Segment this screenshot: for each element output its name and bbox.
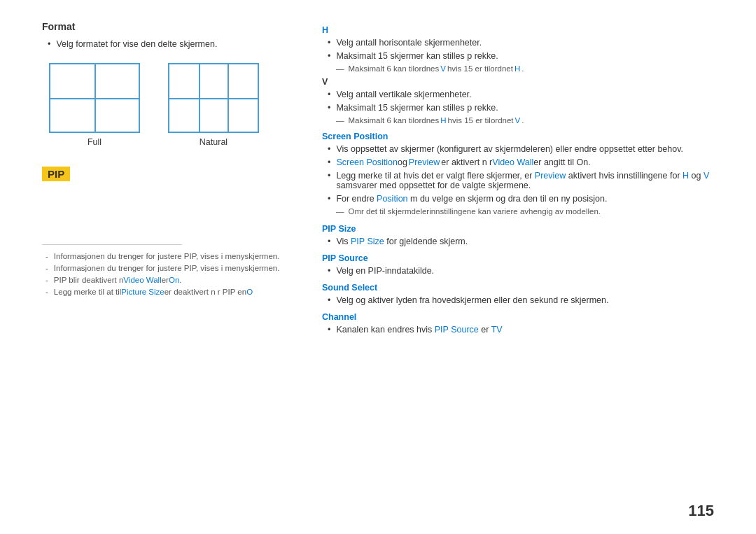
screen-position-title: Screen Position bbox=[322, 132, 714, 141]
pip-badge: PIP bbox=[42, 167, 70, 181]
sound-select-title: Sound Select bbox=[322, 283, 714, 293]
format-bullet: Velg formatet for vise den delte skjerme… bbox=[42, 39, 280, 49]
pip-divider bbox=[42, 244, 182, 245]
left-column: Format Velg formatet for vise den delte … bbox=[42, 21, 301, 513]
pip-source-section: PIP Source Velg en PIP-inndatakilde. bbox=[322, 253, 714, 276]
v-bullet-1: Velg antall vertikale skjermenheter. bbox=[322, 90, 714, 99]
full-format-container: Full bbox=[49, 63, 140, 147]
h-bullet-2: Maksimalt 15 skjermer kan stilles p rekk… bbox=[322, 51, 714, 61]
sound-select-section: Sound Select Velg og aktiver lyden fra h… bbox=[322, 283, 714, 305]
sp-bullet-3: Legg merke til at hvis det er valgt fler… bbox=[322, 171, 714, 190]
h-note: Maksimalt 6 kan tilordnes V hvis 15 er t… bbox=[322, 64, 714, 73]
h-label: H bbox=[322, 25, 714, 35]
right-column: H Velg antall horisontale skjermenheter.… bbox=[301, 21, 714, 513]
pip-note-3: PIP blir deaktivert nVideo Wall er On. bbox=[42, 276, 280, 284]
page-number: 115 bbox=[688, 502, 714, 520]
channel-section: Channel Kanalen kan endres hvis PIP Sour… bbox=[322, 312, 714, 335]
screen-position-section: Screen Position Vis oppsettet av skjerme… bbox=[322, 132, 714, 216]
channel-bullet: Kanalen kan endres hvis PIP Source er TV bbox=[322, 325, 714, 335]
natural-grid-image bbox=[168, 63, 259, 133]
pip-source-title: PIP Source bbox=[322, 253, 714, 263]
pip-size-title: PIP Size bbox=[322, 224, 714, 234]
full-label: Full bbox=[88, 137, 102, 147]
sp-bullet-4: For endre Position m du velge en skjerm … bbox=[322, 194, 714, 204]
v-bullet-2: Maksimalt 15 skjermer kan stilles p rekk… bbox=[322, 103, 714, 113]
pip-size-bullet: Vis PIP Size for gjeldende skjerm. bbox=[322, 237, 714, 246]
sp-bullet-1: Vis oppsettet av skjermer (konfigurert a… bbox=[322, 144, 714, 154]
v-label: V bbox=[322, 77, 714, 87]
pip-size-section: PIP Size Vis PIP Size for gjeldende skje… bbox=[322, 224, 714, 246]
sound-select-bullet: Velg og aktiver lyden fra hovedskjermen … bbox=[322, 295, 714, 305]
v-note: Maksimalt 6 kan tilordnes H hvis 15 er t… bbox=[322, 116, 714, 125]
sp-note: Omr det til skjermdelerinnstillingene ka… bbox=[322, 207, 714, 216]
channel-title: Channel bbox=[322, 312, 714, 322]
v-section: V Velg antall vertikale skjermenheter. M… bbox=[322, 77, 714, 125]
pip-section: PIP Informasjonen du trenger for justere… bbox=[42, 154, 280, 296]
sp-bullet-2: Screen Position og Preview er aktivert n… bbox=[322, 157, 714, 167]
format-section: Format Velg formatet for vise den delte … bbox=[42, 21, 280, 147]
natural-label: Natural bbox=[200, 137, 227, 147]
natural-format-container: Natural bbox=[168, 63, 259, 147]
h-bullet-1: Velg antall horisontale skjermenheter. bbox=[322, 38, 714, 48]
h-section: H Velg antall horisontale skjermenheter.… bbox=[322, 25, 714, 73]
pip-note-2: Informasjonen du trenger for justere PIP… bbox=[42, 264, 280, 272]
pip-note-1: Informasjonen du trenger for justere PIP… bbox=[42, 252, 280, 260]
pip-note-4: Legg merke til at tilPicture Size er dea… bbox=[42, 288, 280, 296]
format-images: Full Natural bbox=[42, 63, 280, 147]
format-title: Format bbox=[42, 21, 280, 32]
pip-source-bullet: Velg en PIP-inndatakilde. bbox=[322, 266, 714, 276]
full-grid-image bbox=[49, 63, 140, 133]
pip-left-info: Informasjonen du trenger for justere PIP… bbox=[42, 244, 280, 296]
